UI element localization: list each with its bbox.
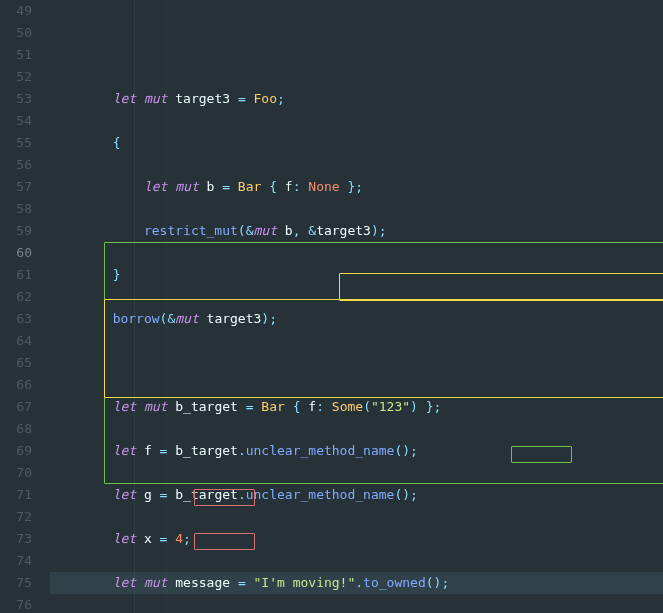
- line-number: 67: [0, 396, 32, 418]
- line-number: 76: [0, 594, 32, 613]
- code-line[interactable]: borrow(&mut target3);: [50, 308, 663, 330]
- line-number: 54: [0, 110, 32, 132]
- line-number: 51: [0, 44, 32, 66]
- line-number: 60: [0, 242, 32, 264]
- code-line[interactable]: let mut target3 = Foo;: [50, 88, 663, 110]
- line-number: 65: [0, 352, 32, 374]
- code-editor[interactable]: 4950515253545556575859606162636465666768…: [0, 0, 663, 613]
- code-line[interactable]: }: [50, 264, 663, 286]
- line-number: 63: [0, 308, 32, 330]
- code-line[interactable]: let x = 4;: [50, 528, 663, 550]
- line-number: 75: [0, 572, 32, 594]
- line-number: 55: [0, 132, 32, 154]
- line-number: 59: [0, 220, 32, 242]
- code-area[interactable]: let mut target3 = Foo; { let mut b = Bar…: [50, 0, 663, 613]
- line-number: 50: [0, 22, 32, 44]
- code-line[interactable]: [50, 352, 663, 374]
- line-number: 68: [0, 418, 32, 440]
- line-number: 53: [0, 88, 32, 110]
- code-line[interactable]: {: [50, 132, 663, 154]
- code-line[interactable]: let g = b_target.unclear_method_name();: [50, 484, 663, 506]
- line-number: 71: [0, 484, 32, 506]
- line-number: 49: [0, 0, 32, 22]
- line-number: 56: [0, 154, 32, 176]
- line-number: 66: [0, 374, 32, 396]
- line-number: 72: [0, 506, 32, 528]
- line-number: 52: [0, 66, 32, 88]
- code-line-current[interactable]: let mut message = "I'm moving!".to_owned…: [50, 572, 663, 594]
- code-line[interactable]: let mut b = Bar { f: None };: [50, 176, 663, 198]
- line-number: 58: [0, 198, 32, 220]
- line-number: 70: [0, 462, 32, 484]
- line-number: 62: [0, 286, 32, 308]
- line-number: 69: [0, 440, 32, 462]
- code-line[interactable]: restrict_mut(&mut b, &target3);: [50, 220, 663, 242]
- code-line[interactable]: let f = b_target.unclear_method_name();: [50, 440, 663, 462]
- line-number: 73: [0, 528, 32, 550]
- code-line[interactable]: let mut b_target = Bar { f: Some("123") …: [50, 396, 663, 418]
- line-number: 74: [0, 550, 32, 572]
- line-number: 57: [0, 176, 32, 198]
- line-number: 64: [0, 330, 32, 352]
- line-number: 61: [0, 264, 32, 286]
- line-gutter: 4950515253545556575859606162636465666768…: [0, 0, 50, 613]
